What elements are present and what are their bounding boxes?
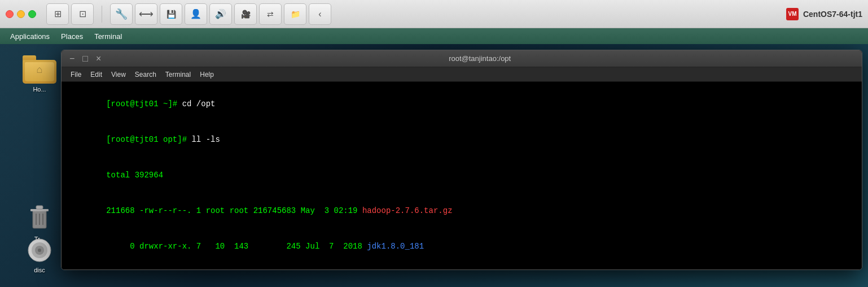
terminal-window-controls: − □ × <box>67 54 103 64</box>
window-title-area: VM CentOS7-64-tjt1 <box>786 8 862 20</box>
toolbar-back-icon[interactable]: ‹ <box>309 3 331 25</box>
os-menubar: Applications Places Terminal <box>0 28 868 44</box>
terminal-maximize-btn[interactable]: □ <box>80 54 90 64</box>
toolbar-user-icon[interactable]: 👤 <box>185 3 207 25</box>
terminal-title: root@tanjintao:/opt <box>103 54 856 63</box>
menu-terminal[interactable]: Terminal <box>89 31 128 42</box>
maximize-button[interactable] <box>28 10 36 18</box>
terminal-menu-help[interactable]: Help <box>195 69 218 80</box>
terminal-menubar: File Edit View Search Terminal Help <box>62 67 862 82</box>
desktop-icon-home-label: Ho... <box>33 86 46 93</box>
terminal-filename-1: hadoop-2.7.6.tar.gz <box>362 206 453 215</box>
toolbar-video-icon[interactable]: 🎥 <box>234 3 257 25</box>
menu-places[interactable]: Places <box>55 31 89 42</box>
svg-rect-2 <box>36 206 43 209</box>
toolbar-group-1: ⊞ ⊡ <box>46 3 94 25</box>
toolbar-panel-btn[interactable]: ⊞ <box>46 3 69 25</box>
terminal-file-prefix-2: 0 drwxr-xr-x. 7 10 143 245 Jul 7 2018 <box>106 242 367 251</box>
terminal-line-4: 211668 -rw-r--r--. 1 root root 216745683… <box>68 193 855 229</box>
minimize-button[interactable] <box>17 10 25 18</box>
terminal-prompt-2: [root@tjt01 opt]# <box>106 135 191 144</box>
toolbar-sep-1 <box>102 6 102 23</box>
terminal-minimize-btn[interactable]: − <box>67 54 77 64</box>
terminal-cmd-1: cd /opt <box>182 99 216 108</box>
traffic-lights <box>6 10 36 18</box>
window-title: CentOS7-64-tjt1 <box>803 10 862 19</box>
close-button[interactable] <box>6 10 14 18</box>
toolbar-group-2: 🔧 ⟷ 💾 👤 🔊 🎥 ⇄ 📁 ‹ <box>110 3 331 25</box>
folder-inner: ⌂ <box>25 62 54 81</box>
toolbar-network-icon[interactable]: ⇄ <box>259 3 282 25</box>
terminal-line-6: 181296 -rw-r--r--. 1 root root 185646832… <box>68 264 855 269</box>
terminal-cmd-2: ll -ls <box>191 135 220 144</box>
desktop-icon-disc-label: disc <box>34 267 45 273</box>
toolbar-storage-icon[interactable]: 💾 <box>160 3 182 25</box>
terminal-prompt-1: [root@tjt01 ~]# <box>106 99 182 108</box>
terminal-line-5: 0 drwxr-xr-x. 7 10 143 245 Jul 7 2018 jd… <box>68 229 855 264</box>
svg-rect-1 <box>30 209 49 211</box>
terminal-line-3: total 392964 <box>68 158 855 193</box>
toolbar-tools-icon[interactable]: 🔧 <box>110 3 133 25</box>
vm-logo-icon: VM <box>786 8 799 20</box>
folder-icon: ⌂ <box>23 55 56 84</box>
desktop-icon-disc[interactable]: disc <box>17 236 62 273</box>
terminal-close-btn[interactable]: × <box>94 54 103 64</box>
terminal-titlebar: − □ × root@tanjintao:/opt <box>62 50 862 67</box>
disc-icon-visual <box>25 236 54 264</box>
terminal-content[interactable]: [root@tjt01 ~]# cd /opt [root@tjt01 opt]… <box>62 82 862 269</box>
toolbar-audio-icon[interactable]: 🔊 <box>209 3 232 25</box>
terminal-line-1: [root@tjt01 ~]# cd /opt <box>68 86 855 122</box>
desktop-icon-home[interactable]: ⌂ Ho... <box>17 55 62 93</box>
menu-applications[interactable]: Applications <box>5 31 55 42</box>
home-symbol: ⌂ <box>37 64 43 76</box>
folder-body: ⌂ <box>23 60 56 84</box>
trash-icon <box>25 202 54 233</box>
terminal-file-prefix-1: 211668 -rw-r--r--. 1 root root 216745683… <box>106 206 362 215</box>
toolbar-vm-btn[interactable]: ⊡ <box>71 3 94 25</box>
toolbar-shared-icon[interactable]: 📁 <box>284 3 306 25</box>
terminal-menu-search[interactable]: Search <box>130 69 161 80</box>
terminal-menu-view[interactable]: View <box>107 69 130 80</box>
top-toolbar: ⊞ ⊡ 🔧 ⟷ 💾 👤 🔊 🎥 ⇄ 📁 ‹ VM CentOS7-64-tjt1 <box>0 0 868 28</box>
desktop: ⌂ Ho... Tr... <box>0 44 868 287</box>
terminal-menu-terminal[interactable]: Terminal <box>161 69 195 80</box>
terminal-window: − □ × root@tanjintao:/opt File Edit View… <box>61 50 862 270</box>
toolbar-remote-icon[interactable]: ⟷ <box>135 3 157 25</box>
terminal-filename-2: jdk1.8.0_181 <box>367 242 424 251</box>
terminal-menu-edit[interactable]: Edit <box>86 69 107 80</box>
terminal-line-2: [root@tjt01 opt]# ll -ls <box>68 122 855 158</box>
svg-point-9 <box>38 249 41 252</box>
terminal-menu-file[interactable]: File <box>66 69 86 80</box>
terminal-total: total 392964 <box>106 171 163 180</box>
